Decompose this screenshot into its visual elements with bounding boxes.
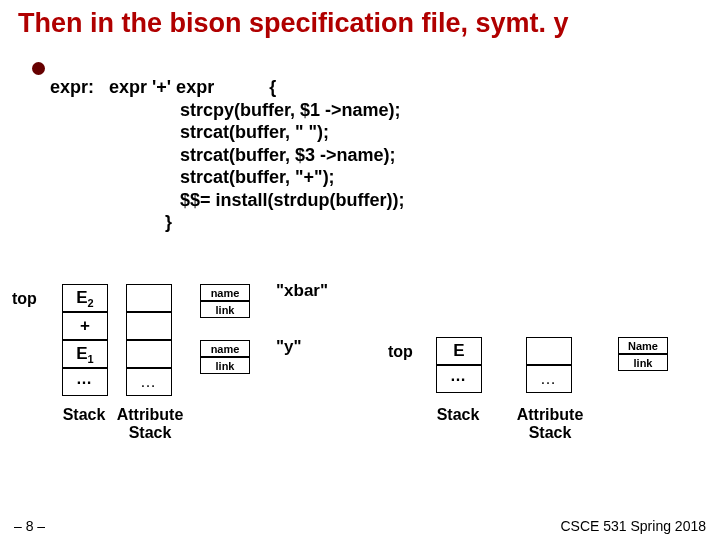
right-stack-cell-e: E	[436, 337, 482, 365]
left-attr-cell-dots: …	[126, 368, 172, 396]
left-rec2-link: link	[200, 357, 250, 374]
code-l5: strcat(buffer, "+");	[50, 167, 335, 187]
right-rec-name: Name	[618, 337, 668, 354]
right-rec-link: link	[618, 354, 668, 371]
left-attr-cell-1	[126, 312, 172, 340]
code-l6: $$= install(strdup(buffer));	[50, 190, 405, 210]
left-rec2-name: name	[200, 340, 250, 357]
left-rec1-name: name	[200, 284, 250, 301]
code-l4: strcat(buffer, $3 ->name);	[50, 145, 396, 165]
footer-course: CSCE 531 Spring 2018	[560, 518, 706, 534]
left-attr-cell-2	[126, 340, 172, 368]
footer-page: – 8 –	[14, 518, 45, 534]
right-attr-cell-dots: …	[526, 365, 572, 393]
left-stack-cell-e1: E1	[62, 340, 108, 368]
code-l2: strcpy(buffer, $1 ->name);	[50, 100, 401, 120]
right-attr-label: Attribute Stack	[510, 406, 590, 442]
left-stack-label: Stack	[54, 406, 114, 424]
code-l7: }	[50, 212, 172, 232]
code-l3: strcat(buffer, " ");	[50, 122, 329, 142]
code-l1: expr: expr '+' expr {	[50, 77, 276, 97]
left-stack-cell-e2: E2	[62, 284, 108, 312]
sub: 2	[88, 297, 94, 309]
left-stack-cell-dots: …	[62, 368, 108, 396]
right-top-label: top	[388, 343, 413, 361]
txt: E	[76, 288, 87, 307]
left-rec1-val: "xbar"	[276, 281, 328, 301]
left-rec1-link: link	[200, 301, 250, 318]
bullet-icon	[32, 62, 45, 75]
right-stack-cell-dots: …	[436, 365, 482, 393]
slide-title: Then in the bison specification file, sy…	[18, 8, 569, 39]
txt: E	[76, 344, 87, 363]
right-stack-label: Stack	[428, 406, 488, 424]
left-stack-cell-plus: +	[62, 312, 108, 340]
code-block: expr: expr '+' expr { strcpy(buffer, $1 …	[50, 76, 405, 234]
left-attr-cell-0	[126, 284, 172, 312]
sub: 1	[88, 353, 94, 365]
left-attr-label: Attribute Stack	[110, 406, 190, 442]
left-top-label: top	[12, 290, 37, 308]
right-attr-cell-0	[526, 337, 572, 365]
left-rec2-val: "y"	[276, 337, 302, 357]
